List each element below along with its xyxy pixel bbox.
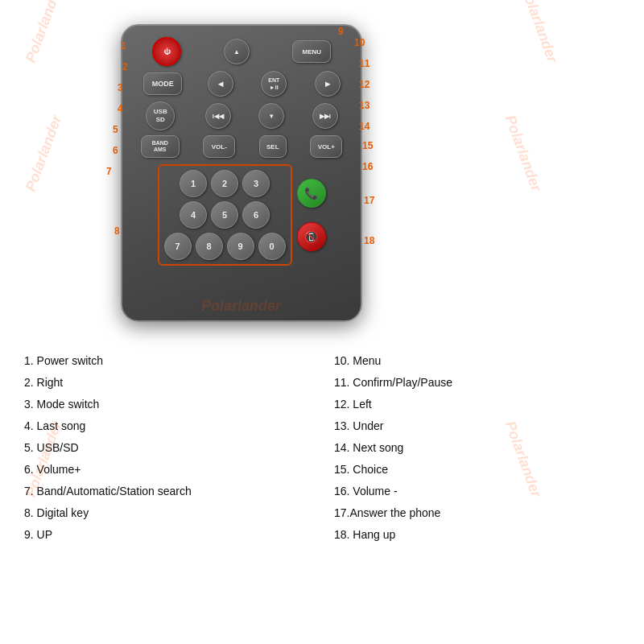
left-nav-button[interactable]: ◀	[208, 71, 233, 97]
numpad-box: 1 2 3 4 5 6 7 8 9 0	[158, 164, 292, 266]
mode-button[interactable]: MODE	[143, 72, 182, 95]
vol-minus-button[interactable]: VOL-	[203, 135, 235, 158]
desc-item-6: 6. Volume+	[24, 459, 310, 481]
desc-item-9: 9. UP	[24, 524, 310, 546]
remote-area: 1 2 3 4 5 6 7 8 9 10 11 12 13 14 15 16 1…	[105, 8, 411, 338]
desc-item-14: 14. Next song	[334, 437, 620, 459]
key-2-button[interactable]: 2	[211, 170, 238, 197]
key-7-button[interactable]: 7	[164, 233, 192, 260]
desc-item-12: 12. Left	[334, 394, 620, 415]
watermark-3: Polarlander	[502, 113, 545, 193]
watermark-1: Polarlander	[23, 0, 66, 65]
right-nav-button[interactable]: ▶	[315, 71, 341, 97]
ann-6: 6	[113, 145, 118, 156]
desc-left-col: 1. Power switch 2. Right 3. Mode switch …	[24, 350, 310, 546]
key-4-button[interactable]: 4	[180, 201, 207, 229]
desc-item-3: 3. Mode switch	[24, 394, 310, 415]
watermark-4: Polarlander	[23, 113, 66, 193]
ann-15: 15	[362, 140, 373, 151]
band-button[interactable]: BANDAMS	[141, 135, 180, 158]
watermark-2: Polarlander	[518, 0, 561, 65]
ent-play-button[interactable]: ENT►II	[261, 71, 287, 97]
desc-item-10: 10. Menu	[334, 350, 620, 372]
key-0-button[interactable]: 0	[258, 233, 286, 260]
desc-item-17: 17.Answer the phone	[334, 502, 620, 524]
key-1-button[interactable]: 1	[180, 170, 207, 197]
next-button[interactable]: ▶▶I	[312, 103, 338, 129]
desc-item-15: 15. Choice	[334, 459, 620, 481]
desc-right-col: 10. Menu 11. Confirm/Play/Pause 12. Left…	[334, 350, 620, 546]
desc-item-4: 4. Last song	[24, 415, 310, 437]
prev-button[interactable]: I◀◀	[205, 103, 231, 129]
numpad-row-1: 1 2 3	[164, 170, 286, 197]
desc-item-1: 1. Power switch	[24, 350, 310, 372]
remote-row-2: MODE ◀ ENT►II ▶	[130, 71, 353, 97]
vol-plus-button[interactable]: VOL+	[310, 135, 342, 158]
desc-item-8: 8. Digital key	[24, 502, 310, 524]
remote-row-4: BANDAMS VOL- SEL VOL+	[130, 135, 353, 158]
key-8-button[interactable]: 8	[196, 233, 223, 260]
desc-item-16: 16. Volume -	[334, 481, 620, 502]
key-9-button[interactable]: 9	[227, 233, 254, 260]
numpad-section: 1 2 3 4 5 6 7 8 9 0 📞 📵	[158, 164, 326, 266]
remote-row-3: USBSD I◀◀ ▼ ▶▶I	[130, 101, 353, 130]
desc-item-18: 18. Hang up	[334, 524, 620, 546]
down-button[interactable]: ▼	[258, 103, 284, 129]
desc-item-11: 11. Confirm/Play/Pause	[334, 372, 620, 394]
description-section: 1. Power switch 2. Right 3. Mode switch …	[0, 350, 644, 546]
key-5-button[interactable]: 5	[211, 201, 238, 229]
answer-phone-button[interactable]: 📞	[297, 179, 326, 208]
desc-item-2: 2. Right	[24, 372, 310, 394]
ann-5: 5	[113, 124, 118, 135]
key-3-button[interactable]: 3	[242, 170, 270, 197]
desc-item-13: 13. Under	[334, 415, 620, 437]
hang-up-button[interactable]: 📵	[297, 222, 326, 251]
power-button[interactable]: ⏻	[152, 37, 181, 66]
desc-item-5: 5. USB/SD	[24, 437, 310, 459]
remote-body: ⏻ ▲ MENU MODE ◀ ENT►II ▶	[121, 24, 362, 322]
numpad-row-2: 4 5 6	[164, 201, 286, 229]
desc-item-7: 7. Band/Automatic/Station search	[24, 481, 310, 502]
numpad-row-3: 7 8 9 0	[164, 233, 286, 260]
remote-row-1: ⏻ ▲ MENU	[130, 37, 353, 66]
ann-7: 7	[106, 166, 112, 177]
call-buttons: 📞 📵	[297, 179, 326, 251]
ann-16: 16	[362, 161, 373, 172]
up-button[interactable]: ▲	[224, 39, 250, 64]
key-6-button[interactable]: 6	[242, 201, 270, 229]
usb-sd-button[interactable]: USBSD	[146, 101, 175, 130]
sel-button[interactable]: SEL	[259, 135, 287, 158]
ann-18: 18	[364, 235, 374, 246]
ann-8: 8	[114, 225, 120, 237]
ann-17: 17	[364, 195, 374, 206]
menu-button[interactable]: MENU	[292, 40, 331, 63]
